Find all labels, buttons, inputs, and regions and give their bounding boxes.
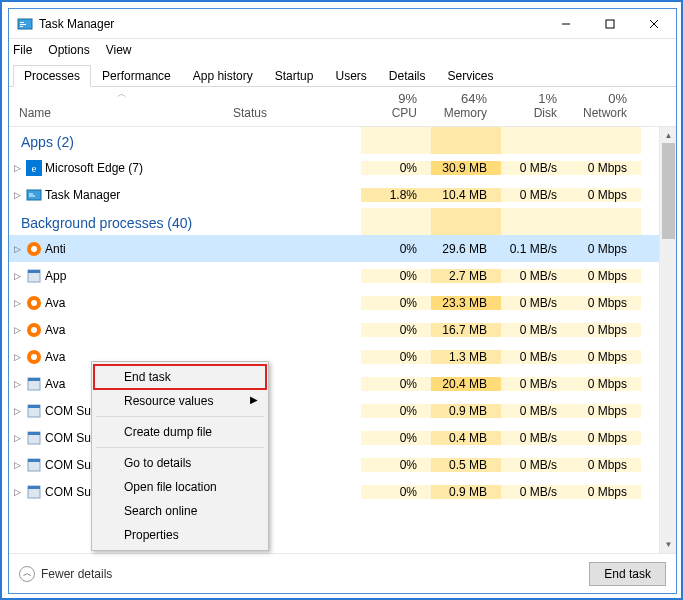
cpu-cell: 0% [361, 242, 431, 256]
network-cell: 0 Mbps [571, 269, 641, 283]
fewer-details-button[interactable]: ︿ Fewer details [19, 566, 112, 582]
cpu-cell: 0% [361, 404, 431, 418]
process-icon [25, 187, 43, 203]
memory-cell: 2.7 MB [431, 269, 501, 283]
process-row[interactable]: ▷ Ava 0% 23.3 MB 0 MB/s 0 Mbps [9, 289, 659, 316]
menu-view[interactable]: View [106, 43, 132, 57]
column-header-cpu[interactable]: 9%CPU [361, 91, 431, 120]
expand-icon[interactable]: ▷ [9, 190, 25, 200]
expand-icon[interactable]: ▷ [9, 244, 25, 254]
svg-rect-1 [20, 22, 24, 23]
disk-cell: 0 MB/s [501, 431, 571, 445]
memory-cell: 23.3 MB [431, 296, 501, 310]
cpu-cell: 0% [361, 377, 431, 391]
memory-cell: 0.4 MB [431, 431, 501, 445]
footer: ︿ Fewer details End task [9, 553, 676, 593]
process-row[interactable]: ▷ Task Manager 1.8% 10.4 MB 0 MB/s 0 Mbp… [9, 181, 659, 208]
process-icon [25, 376, 43, 392]
maximize-button[interactable] [588, 9, 632, 39]
expand-icon[interactable]: ▷ [9, 298, 25, 308]
scroll-up-icon[interactable]: ▲ [660, 127, 676, 144]
cpu-cell: 1.8% [361, 188, 431, 202]
memory-cell: 0.9 MB [431, 404, 501, 418]
process-icon [25, 268, 43, 284]
expand-icon[interactable]: ▷ [9, 271, 25, 281]
close-button[interactable] [632, 9, 676, 39]
svg-point-14 [31, 246, 37, 252]
svg-rect-30 [28, 459, 40, 462]
scroll-thumb[interactable] [662, 143, 675, 239]
svg-rect-5 [606, 20, 614, 28]
process-row[interactable]: ▷ Anti 0% 29.6 MB 0.1 MB/s 0 Mbps [9, 235, 659, 262]
svg-rect-28 [28, 432, 40, 435]
network-cell: 0 Mbps [571, 485, 641, 499]
expand-icon[interactable]: ▷ [9, 460, 25, 470]
ctx-go-details[interactable]: Go to details [94, 451, 266, 475]
ctx-search-online[interactable]: Search online [94, 499, 266, 523]
process-icon: e [25, 160, 43, 176]
column-header-name[interactable]: Name [9, 106, 233, 120]
expand-icon[interactable]: ▷ [9, 487, 25, 497]
process-row[interactable]: ▷ App 0% 2.7 MB 0 MB/s 0 Mbps [9, 262, 659, 289]
cpu-cell: 0% [361, 269, 431, 283]
context-menu: End task Resource values▶ Create dump fi… [91, 361, 269, 551]
process-icon [25, 457, 43, 473]
tab-startup[interactable]: Startup [264, 65, 325, 87]
process-icon [25, 430, 43, 446]
menu-file[interactable]: File [13, 43, 32, 57]
ctx-resource-values[interactable]: Resource values▶ [94, 389, 266, 413]
network-cell: 0 Mbps [571, 161, 641, 175]
tab-performance[interactable]: Performance [91, 65, 182, 87]
cpu-cell: 0% [361, 485, 431, 499]
column-header-disk[interactable]: 1%Disk [501, 91, 571, 120]
process-name: Microsoft Edge (7) [43, 161, 231, 175]
expand-icon[interactable]: ▷ [9, 433, 25, 443]
svg-rect-32 [28, 486, 40, 489]
tab-details[interactable]: Details [378, 65, 437, 87]
svg-rect-2 [20, 24, 26, 25]
process-row[interactable]: ▷ e Microsoft Edge (7) 0% 30.9 MB 0 MB/s… [9, 154, 659, 181]
process-icon [25, 484, 43, 500]
network-cell: 0 Mbps [571, 350, 641, 364]
scrollbar[interactable]: ▲ ▼ [659, 127, 676, 553]
ctx-create-dump[interactable]: Create dump file [94, 420, 266, 444]
tab-services[interactable]: Services [437, 65, 505, 87]
memory-cell: 0.5 MB [431, 458, 501, 472]
tab-users[interactable]: Users [324, 65, 377, 87]
ctx-open-location[interactable]: Open file location [94, 475, 266, 499]
tab-processes[interactable]: Processes [13, 65, 91, 87]
ctx-separator [96, 447, 264, 448]
disk-cell: 0 MB/s [501, 296, 571, 310]
section-apps: Apps (2) [9, 127, 659, 154]
menu-options[interactable]: Options [48, 43, 89, 57]
column-header-status[interactable]: Status [233, 106, 361, 120]
minimize-button[interactable] [544, 9, 588, 39]
process-row[interactable]: ▷ Ava 0% 16.7 MB 0 MB/s 0 Mbps [9, 316, 659, 343]
task-manager-icon [17, 16, 33, 32]
network-cell: 0 Mbps [571, 323, 641, 337]
ctx-properties[interactable]: Properties [94, 523, 266, 547]
content-area: ︿ Name Status 9%CPU 64%Memory 1%Disk 0%N… [9, 87, 676, 553]
expand-icon[interactable]: ▷ [9, 325, 25, 335]
memory-cell: 1.3 MB [431, 350, 501, 364]
svg-point-22 [31, 354, 37, 360]
cpu-cell: 0% [361, 296, 431, 310]
ctx-end-task[interactable]: End task [94, 365, 266, 389]
memory-cell: 29.6 MB [431, 242, 501, 256]
process-name: Ava [43, 296, 231, 310]
expand-icon[interactable]: ▷ [9, 352, 25, 362]
scroll-down-icon[interactable]: ▼ [660, 536, 676, 553]
expand-icon[interactable]: ▷ [9, 406, 25, 416]
menubar: File Options View [9, 39, 676, 61]
process-name: Ava [43, 323, 231, 337]
submenu-arrow-icon: ▶ [250, 394, 258, 405]
process-name: App [43, 269, 231, 283]
column-header-memory[interactable]: 64%Memory [431, 91, 501, 120]
ctx-separator [96, 416, 264, 417]
expand-icon[interactable]: ▷ [9, 163, 25, 173]
expand-icon[interactable]: ▷ [9, 379, 25, 389]
disk-cell: 0 MB/s [501, 188, 571, 202]
tab-app-history[interactable]: App history [182, 65, 264, 87]
column-header-network[interactable]: 0%Network [571, 91, 641, 120]
end-task-button[interactable]: End task [589, 562, 666, 586]
